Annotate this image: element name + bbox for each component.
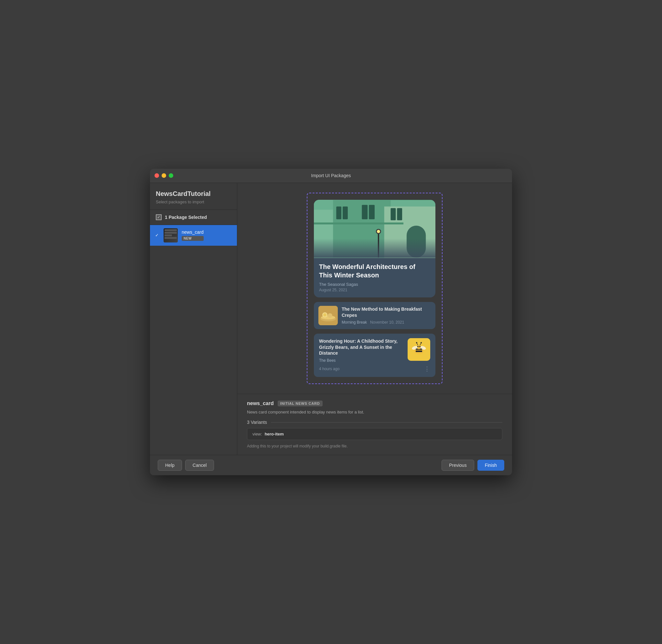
package-selected-label: 1 Package Selected (165, 215, 207, 220)
medium-date: November 10, 2021 (370, 320, 404, 325)
sidebar: NewsCardTutorial Select packages to impo… (150, 183, 237, 455)
svg-rect-4 (336, 206, 341, 219)
list-thumbnail (408, 338, 430, 361)
package-selected-row: ✓ 1 Package Selected (150, 209, 237, 225)
list-image-svg (408, 338, 430, 361)
finish-button[interactable]: Finish (477, 460, 504, 471)
list-title: Wondering Hour: A Childhood Story, Grizz… (319, 338, 404, 356)
main-content: NewsCardTutorial Select packages to impo… (150, 183, 512, 455)
medium-content: The New Method to Making Breakfast Crepe… (342, 306, 431, 324)
hero-title: The Wonderful Architectures of This Wint… (319, 262, 430, 279)
svg-rect-6 (362, 205, 368, 219)
variant-row: view: hero-item (247, 428, 502, 440)
svg-point-20 (323, 313, 327, 317)
list-card-bottom: 4 hours ago ⋮ (319, 365, 430, 372)
svg-rect-9 (397, 208, 402, 220)
window-controls (155, 173, 173, 178)
svg-point-21 (328, 313, 332, 318)
medium-thumbnail (318, 306, 338, 325)
cancel-button[interactable]: Cancel (185, 460, 214, 471)
svg-point-34 (421, 342, 422, 343)
thumb-line-1 (165, 229, 177, 231)
svg-rect-25 (416, 350, 422, 352)
checkmark-icon: ✓ (157, 215, 160, 220)
close-button[interactable] (155, 173, 159, 178)
sidebar-header: NewsCardTutorial Select packages to impo… (150, 183, 237, 207)
medium-meta: Morning Break November 10, 2021 (342, 320, 431, 325)
more-options-icon[interactable]: ⋮ (424, 365, 430, 372)
svg-point-33 (416, 342, 417, 343)
package-checkbox[interactable]: ✓ (154, 232, 160, 238)
window-title: Import UI Packages (311, 173, 351, 178)
footer: Help Cancel Previous Finish (150, 455, 512, 475)
package-name: news_card (182, 230, 204, 235)
info-header: news_card INITIAL NEWS CARD (247, 400, 502, 406)
info-badge: INITIAL NEWS CARD (278, 400, 323, 406)
variants-divider (271, 422, 502, 422)
medium-image-svg (318, 306, 338, 325)
info-description: News card component intended to display … (247, 410, 502, 414)
maximize-button[interactable] (169, 173, 173, 178)
svg-rect-8 (391, 208, 396, 220)
thumb-line-2 (165, 232, 177, 234)
svg-rect-14 (314, 223, 403, 224)
hero-source: The Seasonal Sagas (319, 282, 430, 287)
app-window: Import UI Packages NewsCardTutorial Sele… (150, 169, 512, 476)
project-name: NewsCardTutorial (156, 190, 231, 198)
thumbnail-inner (164, 228, 178, 243)
minimize-button[interactable] (162, 173, 166, 178)
svg-point-13 (377, 230, 380, 233)
info-package-name: news_card (247, 400, 274, 406)
list-source: The Bees (319, 358, 404, 363)
svg-point-29 (417, 346, 419, 347)
footer-left: Help Cancel (158, 460, 214, 471)
list-time: 4 hours ago (319, 367, 339, 371)
svg-rect-5 (342, 206, 348, 219)
list-card-content: Wondering Hour: A Childhood Story, Grizz… (319, 338, 404, 363)
hero-card-content: The Wonderful Architectures of This Wint… (314, 258, 435, 292)
hero-date: August 25, 2021 (319, 288, 430, 292)
medium-card: The New Method to Making Breakfast Crepe… (314, 302, 435, 329)
package-list-item[interactable]: ✓ news_card NEW (150, 225, 237, 246)
hero-image (314, 200, 435, 258)
package-badge: NEW (182, 236, 204, 241)
variants-count: 3 Variants (247, 420, 267, 425)
help-button[interactable]: Help (158, 460, 182, 471)
variants-label: 3 Variants (247, 420, 502, 425)
preview-container: The Wonderful Architectures of This Wint… (307, 193, 443, 384)
svg-rect-7 (369, 205, 375, 219)
thumb-line-4 (165, 237, 177, 239)
list-card: Wondering Hour: A Childhood Story, Grizz… (314, 334, 435, 377)
variant-value: hero-item (265, 432, 284, 436)
select-all-checkbox[interactable]: ✓ (156, 214, 162, 220)
hero-card: The Wonderful Architectures of This Wint… (314, 200, 435, 297)
package-info: news_card NEW (182, 230, 204, 241)
right-panel: The Wonderful Architectures of This Wint… (237, 183, 512, 455)
footer-right: Previous Finish (442, 460, 504, 471)
thumb-line-3 (165, 234, 172, 236)
svg-point-30 (419, 346, 421, 347)
svg-rect-15 (314, 238, 435, 257)
project-subtitle: Select packages to import (156, 200, 231, 204)
package-thumbnail (164, 228, 178, 243)
medium-title: The New Method to Making Breakfast Crepe… (342, 306, 431, 318)
titlebar: Import UI Packages (150, 169, 512, 183)
variant-key: view: (253, 432, 262, 436)
medium-source: Morning Break (342, 320, 367, 325)
package-checkmark-icon: ✓ (155, 233, 159, 238)
hero-image-svg (314, 200, 435, 258)
info-panel: news_card INITIAL NEWS CARD News card co… (237, 394, 512, 455)
list-card-top: Wondering Hour: A Childhood Story, Grizz… (319, 338, 430, 363)
previous-button[interactable]: Previous (442, 460, 474, 471)
build-note: Adding this to your project will modify … (247, 444, 502, 448)
preview-area: The Wonderful Architectures of This Wint… (237, 183, 512, 394)
